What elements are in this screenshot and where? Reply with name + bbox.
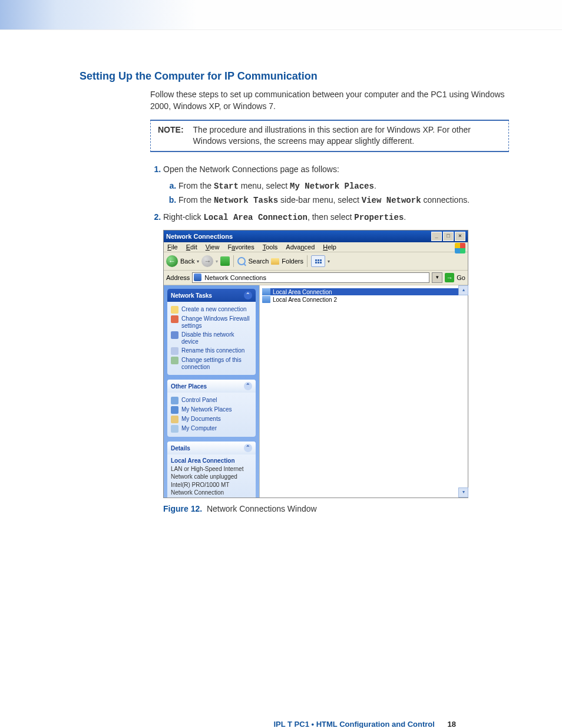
section-heading: Setting Up the Computer for IP Communica… xyxy=(80,70,509,83)
steps-list: Open the Network Connections page as fol… xyxy=(150,163,509,225)
details-name: Local Area Connection xyxy=(171,457,252,465)
chevron-up-icon[interactable]: ⌃ xyxy=(244,291,252,299)
step-1: Open the Network Connections page as fol… xyxy=(163,163,509,207)
footer-text: IPL T PC1 • HTML Configuration and Contr… xyxy=(273,720,434,728)
panel-header-details[interactable]: Details ⌃ xyxy=(167,442,256,454)
address-label: Address xyxy=(166,274,190,281)
place-item[interactable]: Control Panel xyxy=(171,397,252,404)
note-box: NOTE: The procedure and illustrations in… xyxy=(150,120,509,152)
figure-caption: Figure 12. Network Connections Window xyxy=(163,504,509,513)
task-item[interactable]: Change settings of this connection xyxy=(171,357,252,371)
page-number: 18 xyxy=(448,720,456,728)
page-footer: IPL T PC1 • HTML Configuration and Contr… xyxy=(80,720,456,728)
rename-icon xyxy=(171,347,178,355)
new-connection-icon xyxy=(171,306,178,314)
window-content: Network Tasks ⌃ Create a new connection … xyxy=(164,285,468,498)
computer-icon xyxy=(171,425,178,433)
control-panel-icon xyxy=(171,397,178,404)
connection-item-selected[interactable]: Local Area Connection xyxy=(262,288,465,295)
sidebar: Network Tasks ⌃ Create a new connection … xyxy=(164,285,259,498)
main-pane[interactable]: ▴ Local Area Connection Local Area Conne… xyxy=(259,285,468,498)
windows-logo-icon xyxy=(455,243,465,253)
note-text: The procedure and illustrations in this … xyxy=(193,124,501,147)
task-item[interactable]: Rename this connection xyxy=(171,347,252,355)
window-title: Network Connections xyxy=(166,233,233,240)
go-label[interactable]: Go xyxy=(457,274,465,281)
separator-icon xyxy=(233,255,234,267)
forward-icon[interactable]: → xyxy=(201,255,213,267)
back-label[interactable]: Back xyxy=(180,258,194,265)
disable-icon xyxy=(171,331,178,339)
back-dropdown-icon[interactable]: ▾ xyxy=(197,259,199,264)
page-header-gradient xyxy=(0,0,562,30)
details-line: Intel(R) PRO/1000 MT Network Connection xyxy=(171,481,252,497)
titlebar[interactable]: Network Connections _ □ × xyxy=(164,230,468,242)
task-item[interactable]: Change Windows Firewall settings xyxy=(171,315,252,330)
address-icon xyxy=(194,274,201,281)
folders-icon[interactable] xyxy=(271,258,279,265)
address-bar: Address ▾ → Go xyxy=(164,271,468,285)
go-button-icon[interactable]: → xyxy=(445,273,454,282)
network-places-icon xyxy=(171,406,178,414)
panel-details: Details ⌃ Local Area Connection LAN or H… xyxy=(167,442,256,498)
network-icon xyxy=(262,296,270,303)
view-mode-button[interactable] xyxy=(311,255,325,267)
back-icon[interactable]: ← xyxy=(166,255,178,267)
view-dropdown-icon[interactable]: ▾ xyxy=(328,259,330,264)
step-1a: From the Start menu, select My Network P… xyxy=(178,179,509,193)
scroll-down-icon[interactable]: ▾ xyxy=(458,487,468,498)
panel-header-places[interactable]: Other Places ⌃ xyxy=(167,380,256,393)
panel-network-tasks: Network Tasks ⌃ Create a new connection … xyxy=(167,289,256,375)
maximize-button[interactable]: □ xyxy=(443,232,454,241)
folders-label[interactable]: Folders xyxy=(282,258,303,265)
close-button[interactable]: × xyxy=(455,232,465,241)
task-item[interactable]: Create a new connection xyxy=(171,306,252,314)
menu-advanced[interactable]: Advanced xyxy=(286,243,315,251)
place-item[interactable]: My Network Places xyxy=(171,406,252,414)
settings-icon xyxy=(171,357,178,364)
intro-paragraph: Follow these steps to set up communicati… xyxy=(150,88,509,113)
step-2: Right-click Local Area Connection, then … xyxy=(163,210,509,224)
figure-title: Network Connections Window xyxy=(207,504,317,513)
scroll-up-icon[interactable]: ▴ xyxy=(458,285,468,295)
search-label[interactable]: Search xyxy=(248,258,269,265)
documents-icon xyxy=(171,416,178,423)
menu-favorites[interactable]: Favorites xyxy=(227,243,254,251)
details-line: LAN or High-Speed Internet xyxy=(171,465,252,473)
place-item[interactable]: My Computer xyxy=(171,425,252,433)
menubar: File Edit View Favorites Tools Advanced … xyxy=(164,242,468,252)
panel-other-places: Other Places ⌃ Control Panel My Network … xyxy=(167,380,256,437)
firewall-icon xyxy=(171,315,178,323)
menu-edit[interactable]: Edit xyxy=(186,243,197,251)
menu-help[interactable]: Help xyxy=(323,243,336,251)
figure-number: Figure 12. xyxy=(163,504,202,513)
up-folder-icon[interactable] xyxy=(220,256,230,266)
minimize-button[interactable]: _ xyxy=(431,232,442,241)
chevron-up-icon[interactable]: ⌃ xyxy=(244,382,252,390)
connection-item[interactable]: Local Area Connection 2 xyxy=(262,296,465,303)
menu-view[interactable]: View xyxy=(206,243,220,251)
address-dropdown-icon[interactable]: ▾ xyxy=(432,272,442,283)
screenshot-window: Network Connections _ □ × File Edit View… xyxy=(163,230,468,498)
substeps-1: From the Start menu, select My Network P… xyxy=(163,179,509,207)
forward-dropdown-icon[interactable]: ▾ xyxy=(216,259,218,264)
menu-file[interactable]: File xyxy=(167,243,178,251)
address-input[interactable] xyxy=(192,272,429,283)
note-label: NOTE: xyxy=(158,124,184,147)
menu-tools[interactable]: Tools xyxy=(263,243,278,251)
separator-icon xyxy=(307,255,308,267)
chevron-up-icon[interactable]: ⌃ xyxy=(244,444,252,452)
network-icon xyxy=(262,288,270,295)
task-item[interactable]: Disable this network device xyxy=(171,331,252,345)
place-item[interactable]: My Documents xyxy=(171,416,252,423)
details-line: Network cable unplugged xyxy=(171,473,252,481)
step-1b: From the Network Tasks side-bar menu, se… xyxy=(178,193,509,207)
search-icon[interactable] xyxy=(237,257,246,265)
toolbar: ← Back ▾ → ▾ Search Folders ▾ xyxy=(164,252,468,271)
panel-header-tasks[interactable]: Network Tasks ⌃ xyxy=(167,289,256,302)
